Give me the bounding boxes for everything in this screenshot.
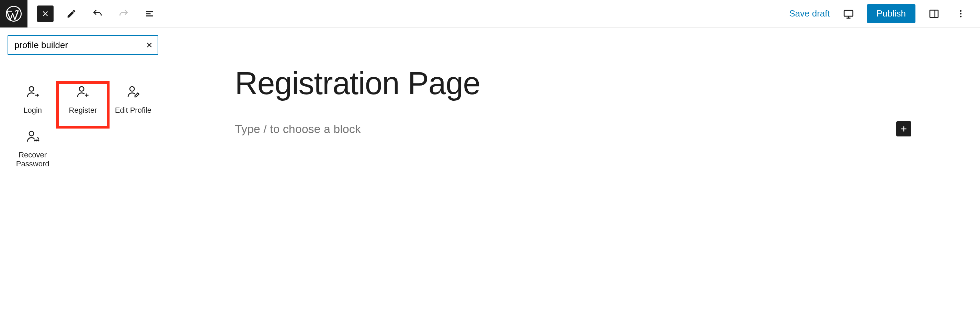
publish-button[interactable]: Publish: [867, 4, 915, 23]
block-label: Edit Profile: [115, 106, 151, 115]
svg-rect-1: [844, 10, 853, 16]
undo-button[interactable]: [89, 5, 106, 22]
toolbar-left: [27, 5, 158, 22]
wordpress-logo[interactable]: [0, 0, 27, 27]
svg-point-12: [38, 140, 39, 141]
block-item-recover-password[interactable]: Recover Password: [8, 127, 58, 172]
sidebar-icon: [929, 8, 939, 19]
editor-body: Login Register Edit Pr: [0, 27, 980, 321]
block-appender-row: Type / to choose a block: [235, 121, 911, 136]
user-login-icon: [25, 85, 40, 99]
block-placeholder[interactable]: Type / to choose a block: [235, 122, 896, 136]
block-item-register[interactable]: Register: [58, 83, 108, 127]
block-label: Recover Password: [10, 150, 55, 169]
block-search-input[interactable]: [14, 40, 140, 51]
block-results-grid: Login Register Edit Pr: [8, 83, 158, 172]
editor-canvas[interactable]: Registration Page Type / to choose a blo…: [166, 27, 980, 321]
list-view-icon: [145, 9, 155, 19]
svg-point-7: [79, 86, 84, 91]
svg-point-9: [29, 131, 33, 136]
close-icon: [145, 41, 153, 49]
svg-point-10: [34, 140, 35, 141]
svg-point-3: [960, 10, 962, 12]
settings-sidebar-toggle[interactable]: [926, 5, 942, 22]
more-vertical-icon: [956, 9, 966, 19]
user-register-icon: [76, 85, 90, 99]
svg-point-8: [130, 86, 134, 91]
toolbar-right: Save draft Publish: [789, 4, 980, 23]
document-overview-button[interactable]: [142, 5, 158, 22]
search-clear-button[interactable]: [145, 41, 153, 49]
save-draft-button[interactable]: Save draft: [789, 8, 830, 19]
svg-point-11: [36, 140, 37, 141]
undo-icon: [92, 8, 103, 19]
block-inserter-panel: Login Register Edit Pr: [0, 27, 166, 321]
user-recover-icon: [25, 129, 40, 144]
options-button[interactable]: [953, 5, 969, 22]
plus-icon: [899, 125, 908, 133]
svg-point-0: [6, 6, 21, 21]
desktop-icon: [843, 8, 854, 19]
block-label: Login: [23, 106, 42, 115]
wordpress-icon: [5, 5, 23, 23]
preview-button[interactable]: [840, 5, 857, 22]
block-item-edit-profile[interactable]: Edit Profile: [108, 83, 158, 127]
page-title[interactable]: Registration Page: [235, 65, 911, 101]
svg-point-4: [960, 13, 962, 14]
redo-button[interactable]: [115, 5, 132, 22]
svg-point-5: [960, 16, 962, 17]
add-block-button[interactable]: [896, 121, 911, 136]
close-inserter-button[interactable]: [37, 5, 54, 22]
edit-tool-button[interactable]: [63, 5, 80, 22]
redo-icon: [118, 8, 129, 19]
top-toolbar: Save draft Publish: [0, 0, 980, 27]
block-label: Register: [69, 106, 97, 115]
svg-point-6: [29, 86, 33, 91]
block-search: [8, 35, 158, 55]
block-item-login[interactable]: Login: [8, 83, 58, 127]
pencil-icon: [66, 9, 76, 19]
close-icon: [41, 9, 50, 18]
user-edit-icon: [126, 85, 140, 99]
svg-rect-2: [930, 10, 938, 17]
